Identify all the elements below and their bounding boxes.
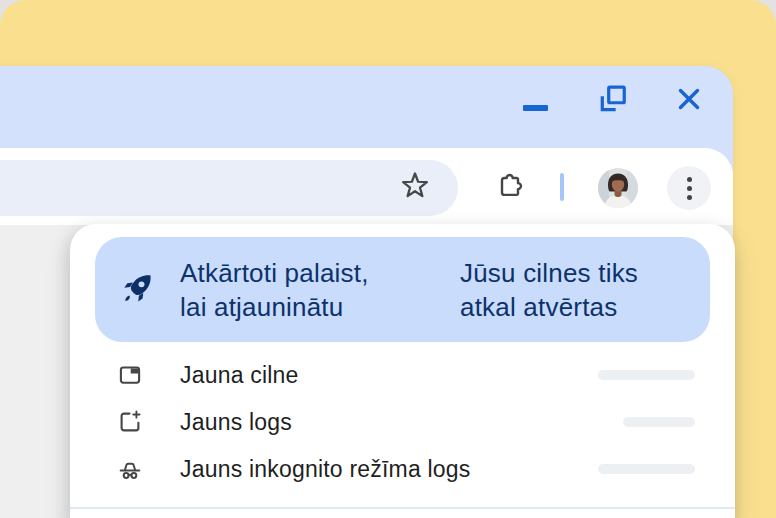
menu-item-label: Jauna cilne bbox=[180, 362, 299, 389]
bookmark-button[interactable] bbox=[397, 169, 433, 205]
shortcut-placeholder bbox=[598, 370, 695, 380]
menu-item-new-incognito-window[interactable]: Jauns inkognito režīma logs bbox=[70, 446, 735, 492]
toolbar-divider bbox=[560, 173, 564, 201]
incognito-icon bbox=[116, 455, 144, 483]
shortcut-placeholder bbox=[598, 464, 695, 474]
new-tab-icon bbox=[116, 361, 144, 389]
minimize-icon bbox=[523, 105, 548, 111]
avatar bbox=[598, 196, 638, 211]
menu-item-label: Jauns logs bbox=[180, 409, 292, 436]
browser-menu-button[interactable] bbox=[667, 166, 711, 210]
relaunch-title-line1: Atkārtoti palaist, bbox=[180, 256, 369, 290]
address-bar[interactable] bbox=[0, 160, 458, 216]
browser-dropdown-menu: Atkārtoti palaist, lai atjauninātu Jūsu … bbox=[70, 224, 735, 518]
close-button[interactable] bbox=[672, 83, 706, 117]
screenshot-stage: Atkārtoti palaist, lai atjauninātu Jūsu … bbox=[0, 0, 776, 518]
menu-separator bbox=[70, 507, 735, 509]
restore-button[interactable] bbox=[596, 83, 630, 117]
menu-item-new-tab[interactable]: Jauna cilne bbox=[70, 352, 735, 398]
three-dot-menu-icon bbox=[687, 177, 692, 200]
relaunch-title-line2: lai atjauninātu bbox=[180, 290, 369, 324]
menu-item-label: Jauns inkognito režīma logs bbox=[180, 456, 471, 483]
profile-avatar-button[interactable] bbox=[598, 168, 638, 208]
relaunch-to-update-button[interactable]: Atkārtoti palaist, lai atjauninātu Jūsu … bbox=[95, 237, 710, 342]
relaunch-subtitle-line1: Jūsu cilnes tiks bbox=[460, 256, 638, 290]
extensions-button[interactable] bbox=[492, 169, 528, 205]
star-icon bbox=[400, 171, 430, 204]
shortcut-placeholder bbox=[623, 417, 695, 427]
menu-item-new-window[interactable]: Jauns logs bbox=[70, 399, 735, 445]
restore-icon bbox=[598, 84, 628, 117]
minimize-button[interactable] bbox=[518, 83, 552, 117]
relaunch-subtitle-line2: atkal atvērtas bbox=[460, 290, 638, 324]
new-window-icon bbox=[116, 408, 144, 436]
rocket-icon bbox=[118, 270, 156, 311]
puzzle-icon bbox=[494, 170, 526, 205]
close-icon bbox=[675, 85, 703, 116]
relaunch-title: Atkārtoti palaist, lai atjauninātu bbox=[180, 256, 369, 324]
relaunch-subtitle: Jūsu cilnes tiks atkal atvērtas bbox=[460, 256, 638, 324]
